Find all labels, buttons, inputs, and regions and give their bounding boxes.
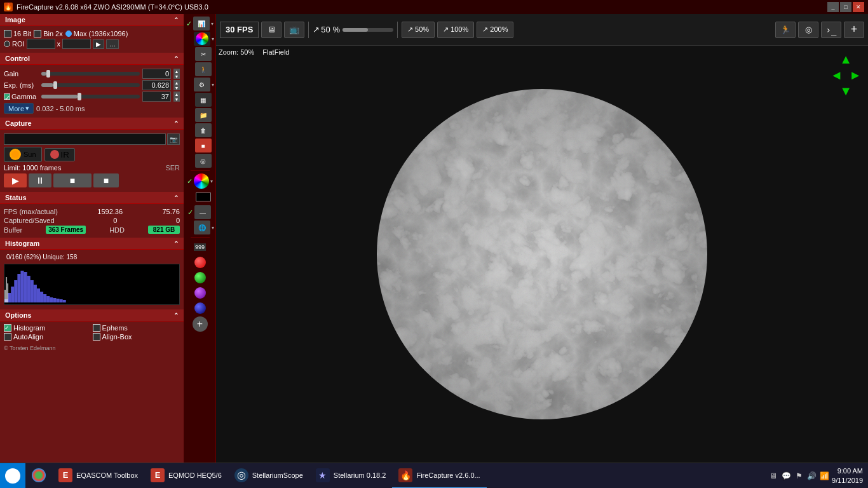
vt-add-icon[interactable]: + (193, 316, 208, 332)
taskbar-stellarium[interactable]: ★ Stellarium 0.18.2 (309, 463, 393, 489)
tray-speaker-icon[interactable]: 🔊 (806, 471, 817, 481)
close-button[interactable]: ✕ (853, 2, 864, 12)
ephems-opt-cb[interactable] (93, 324, 100, 332)
taskbar-eqascom[interactable]: E EQASCOM Toolbox (52, 463, 144, 489)
vt-palette-icon[interactable] (194, 32, 210, 46)
zoom-50-btn[interactable]: ↗ 50% (402, 22, 435, 38)
vt-item-figure[interactable]: 🚶 (186, 62, 214, 76)
stop-button[interactable]: ■ (53, 173, 92, 187)
taskbar-firecapture[interactable]: 🔥 FireCapture v2.6.0... (392, 463, 486, 489)
bit16-checkbox[interactable]: 16 Bit (4, 30, 31, 37)
vt-globe-icon[interactable]: 🌐 (194, 220, 210, 234)
image-section-header[interactable]: Image ⌃ (0, 14, 184, 26)
gamma-slider-track[interactable] (41, 95, 140, 98)
nav-left-arrow[interactable]: ◄ (830, 68, 843, 83)
camera-icon-btn[interactable]: 📷 (167, 133, 180, 145)
autoalign-option[interactable]: AutoAlign (4, 333, 92, 341)
nav-down-arrow[interactable]: ▼ (839, 84, 852, 98)
vt-item-purple-ball[interactable] (188, 286, 212, 300)
extra-button[interactable]: ■ (93, 173, 119, 187)
minimize-button[interactable]: _ (827, 2, 839, 12)
roi-x-input[interactable]: 600 (27, 39, 55, 49)
vt-folder-icon[interactable]: 📁 (195, 108, 212, 122)
vt-item-red-ball[interactable] (188, 255, 212, 269)
vt-item-globe[interactable]: 🌐 ▾ (186, 220, 214, 234)
exp-down-btn[interactable]: ▼ (173, 85, 180, 90)
vt-item-trash[interactable]: 🗑 (186, 123, 214, 137)
display-mode-btn2[interactable]: 📺 (284, 22, 304, 38)
alignbox-opt-cb[interactable] (93, 333, 100, 341)
histogram-section-header[interactable]: Histogram ⌃ (0, 238, 184, 250)
zoom-100-btn[interactable]: ↗ 100% (437, 22, 474, 38)
vt-scissors-icon[interactable]: ✂ (195, 47, 212, 61)
zoom-200-btn[interactable]: ↗ 200% (477, 22, 513, 38)
vt-item-capture[interactable]: ✓ 📊 ▾ (186, 17, 214, 30)
vt-item-settings[interactable]: ⚙ ▾ (186, 78, 214, 92)
gamma-up-btn[interactable]: ▲ (173, 92, 180, 97)
run-icon-btn[interactable]: 🏃 (775, 22, 796, 38)
bin2x-checkbox[interactable]: Bin 2x (34, 30, 63, 37)
gamma-spinner[interactable]: ▲ ▼ (173, 92, 180, 102)
filter-button[interactable]: IR (44, 148, 75, 161)
taskbar-chrome[interactable] (25, 463, 52, 489)
taskbar-eqmod[interactable]: E EQMOD HEQ5/6 (144, 463, 228, 489)
tray-network-icon[interactable]: 🖥 (768, 471, 778, 481)
image-canvas[interactable]: Zoom: 50% FlatField ▲ ◄ ► ▼ (216, 46, 868, 463)
vt-item-minus[interactable]: ✓ — (186, 205, 214, 219)
ephems-option[interactable]: Ephems (93, 324, 180, 332)
vt-red-rec-icon[interactable]: ■ (195, 139, 212, 152)
vt-trash-icon[interactable]: 🗑 (195, 123, 212, 137)
autoalign-opt-cb[interactable] (4, 333, 11, 341)
more-button[interactable]: More ▾ (4, 103, 34, 114)
vt-colorwheel2-icon[interactable] (194, 173, 209, 189)
nav-up-arrow[interactable]: ▲ (839, 52, 852, 67)
control-section-header[interactable]: Control ⌃ (0, 53, 184, 65)
exp-spinner[interactable]: ▲ ▼ (173, 80, 180, 90)
vt-blackrect-icon[interactable] (196, 193, 211, 201)
tray-message-icon[interactable]: 💬 (781, 471, 791, 481)
gamma-down-btn[interactable]: ▼ (173, 97, 180, 102)
tray-flag-icon[interactable]: ⚑ (794, 471, 804, 481)
alignbox-option[interactable]: Align-Box (93, 333, 180, 341)
display-mode-btn1[interactable]: 🖥 (261, 22, 281, 38)
vt-item-add[interactable]: + (188, 316, 212, 332)
record-button[interactable]: ▶ (4, 173, 27, 187)
terminal-icon-btn[interactable]: ›_ (821, 22, 841, 38)
status-section-header[interactable]: Status ⌃ (0, 192, 184, 204)
histogram-opt-cb[interactable]: ✓ (4, 324, 11, 332)
vt-item-green-ball[interactable] (188, 271, 212, 285)
vt-item-palette[interactable]: ▾ (186, 32, 214, 46)
gain-spinner[interactable]: ▲ ▼ (173, 69, 180, 79)
gamma-slider-thumb[interactable] (78, 93, 81, 100)
vt-target-icon[interactable]: ◎ (195, 154, 212, 168)
add-icon-btn[interactable]: + (844, 22, 864, 38)
histogram-option[interactable]: ✓ Histogram (4, 324, 92, 332)
vt-item-999[interactable]: 999 (188, 240, 212, 254)
gain-down-btn[interactable]: ▼ (173, 74, 180, 79)
roi-dots-btn[interactable]: … (106, 39, 119, 49)
taskbar-stellariumscope[interactable]: ◎ StellariumScope (228, 463, 309, 489)
capture-section-header[interactable]: Capture ⌃ (0, 118, 184, 130)
vt-grid-icon[interactable]: ▦ (195, 93, 212, 107)
zoom-slider[interactable] (342, 28, 393, 32)
filename-input[interactable]: 2019-09-11-1258_6-IR-Sun (4, 133, 166, 145)
options-section-header[interactable]: Options ⌃ (0, 309, 184, 322)
tray-network2-icon[interactable]: 📶 (819, 471, 829, 481)
vt-figure-icon[interactable]: 🚶 (195, 62, 212, 76)
nav-right-arrow[interactable]: ► (849, 68, 862, 83)
vt-item-colorwheel2[interactable]: ✓ ▾ (186, 173, 214, 189)
max-radio[interactable]: Max (1936x1096) (65, 30, 128, 37)
vt-item-folder[interactable]: 📁 (186, 108, 214, 122)
vt-minus-icon[interactable]: — (194, 205, 211, 219)
circle-icon-btn[interactable]: ◎ (798, 22, 818, 38)
roi-radio[interactable]: ROI (4, 40, 25, 48)
roi-arrow-btn[interactable]: ▶ (93, 39, 104, 49)
exp-slider-track[interactable] (41, 83, 140, 87)
start-button[interactable]: ⊞ (0, 463, 25, 489)
vt-settings-icon[interactable]: ⚙ (194, 78, 210, 92)
vt-item-red-rec[interactable]: ■ (186, 139, 214, 152)
roi-y-input[interactable]: 658 (62, 39, 91, 49)
exp-slider-thumb[interactable] (53, 81, 57, 89)
pause-button[interactable]: ⏸ (29, 173, 51, 187)
vt-item-grid[interactable]: ▦ (186, 93, 214, 107)
